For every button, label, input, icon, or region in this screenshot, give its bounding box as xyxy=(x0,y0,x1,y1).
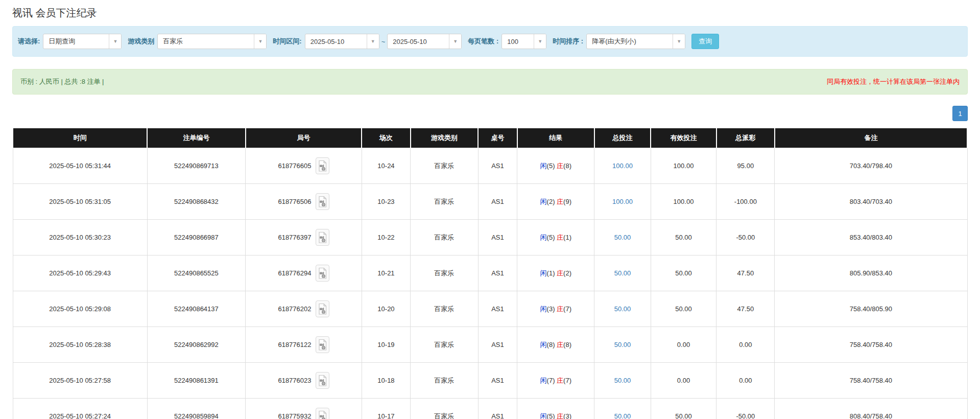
payout-cell: 0.00 xyxy=(716,363,775,399)
chevron-down-icon[interactable]: ▼ xyxy=(673,34,685,49)
player-result-label: 闲 xyxy=(540,234,547,241)
game-type-select[interactable]: 百家乐 ▼ xyxy=(157,34,267,49)
remark-cell: 853.40/803.40 xyxy=(775,220,967,255)
round-cell: 618776023 xyxy=(246,363,362,399)
result-cell: 闲(5) 庄(1) xyxy=(517,220,594,255)
player-result-value: (5) xyxy=(547,412,557,419)
player-result-value: (2) xyxy=(547,198,557,205)
total-bet-link[interactable]: 50.00 xyxy=(614,412,631,419)
result-cell: 闲(8) 庄(8) xyxy=(517,327,594,363)
payout-cell: -50.00 xyxy=(716,399,775,419)
date-to-value: 2025-05-10 xyxy=(388,34,449,49)
chevron-down-icon[interactable]: ▼ xyxy=(254,34,266,49)
valid-bet-cell: 50.00 xyxy=(651,291,716,327)
bet-id-cell: 522490866987 xyxy=(147,220,245,255)
video-replay-button[interactable] xyxy=(316,408,329,419)
currency-total-text: 币别 : 人民币 | 总共 :8 注单 | xyxy=(20,77,104,86)
result-cell: 闲(5) 庄(8) xyxy=(517,148,594,184)
round-cell: 618776122 xyxy=(246,327,362,363)
chevron-down-icon[interactable]: ▼ xyxy=(449,34,461,49)
round-id: 618776122 xyxy=(278,341,311,348)
game-type-cell: 百家乐 xyxy=(411,363,479,399)
date-from-select[interactable]: 2025-05-10 ▼ xyxy=(305,34,379,49)
column-header-5: 桌号 xyxy=(478,128,517,148)
result-cell: 闲(1) 庄(2) xyxy=(517,255,594,291)
column-header-8: 有效投注 xyxy=(651,128,716,148)
total-bet-link[interactable]: 50.00 xyxy=(614,269,631,277)
date-to-select[interactable]: 2025-05-10 ▼ xyxy=(387,34,462,49)
bet-id-cell: 522490865525 xyxy=(147,255,245,291)
total-bet-link[interactable]: 100.00 xyxy=(612,198,633,205)
total-bet-link[interactable]: 50.00 xyxy=(614,305,631,313)
total-bet-link[interactable]: 50.00 xyxy=(614,377,631,384)
game-type-label: 游戏类别 xyxy=(128,37,154,46)
session-cell: 10-24 xyxy=(362,148,410,184)
round-cell-inner: 618776202 xyxy=(278,300,329,317)
banker-result-label: 庄 xyxy=(557,412,563,419)
round-id: 618775932 xyxy=(278,412,311,419)
table-no-cell: AS1 xyxy=(478,148,517,184)
page-size-label: 每页笔数 : xyxy=(468,37,498,46)
time-cell: 2025-05-10 05:29:08 xyxy=(13,291,147,327)
table-no-cell: AS1 xyxy=(478,327,517,363)
round-cell: 618776397 xyxy=(246,220,362,255)
page-title: 视讯 会员下注纪录 xyxy=(12,6,968,20)
bet-id-cell: 522490869713 xyxy=(147,148,245,184)
video-replay-button[interactable] xyxy=(316,300,329,317)
total-bet-cell: 50.00 xyxy=(594,363,651,399)
video-replay-button[interactable] xyxy=(316,157,329,174)
time-sort-value: 降幂(由大到小) xyxy=(587,34,673,49)
column-header-7: 总投注 xyxy=(594,128,651,148)
banker-result-value: (2) xyxy=(563,269,571,277)
table-no-cell: AS1 xyxy=(478,363,517,399)
table-header: 时间注单编号局号场次游戏类别桌号结果总投注有效投注总派彩备注 xyxy=(13,128,967,148)
remark-cell: 758.40/758.40 xyxy=(775,327,967,363)
time-sort-select[interactable]: 降幂(由大到小) ▼ xyxy=(586,34,685,49)
valid-bet-notice: 同局有效投注，统一计算在该局第一张注单内 xyxy=(827,77,960,86)
video-replay-button[interactable] xyxy=(316,372,329,389)
game-type-cell: 百家乐 xyxy=(411,399,479,419)
game-type-cell: 百家乐 xyxy=(411,291,479,327)
chevron-down-icon[interactable]: ▼ xyxy=(367,34,379,49)
video-replay-button[interactable] xyxy=(316,193,329,210)
total-bet-link[interactable]: 100.00 xyxy=(612,162,633,170)
round-cell-inner: 618776506 xyxy=(278,193,329,210)
chevron-down-icon[interactable]: ▼ xyxy=(534,34,546,49)
player-result-value: (3) xyxy=(547,305,557,313)
payout-cell: 47.50 xyxy=(716,255,775,291)
bet-id-cell: 522490862992 xyxy=(147,327,245,363)
search-button[interactable]: 查询 xyxy=(691,34,719,49)
video-replay-button[interactable] xyxy=(316,336,329,353)
total-bet-link[interactable]: 50.00 xyxy=(614,234,631,241)
betting-records-page: 视讯 会员下注纪录 请选择: 日期查询 ▼ 游戏类别 百家乐 ▼ 时间区间: 2… xyxy=(6,6,974,419)
video-file-icon xyxy=(318,160,327,172)
valid-bet-cell: 50.00 xyxy=(651,220,716,255)
video-replay-button[interactable] xyxy=(316,229,329,246)
total-bet-link[interactable]: 50.00 xyxy=(614,341,631,348)
payout-cell: 0.00 xyxy=(716,327,775,363)
round-id: 618776023 xyxy=(278,377,311,384)
player-result-value: (5) xyxy=(547,234,557,241)
query-type-select[interactable]: 日期查询 ▼ xyxy=(43,34,122,49)
bet-id-cell: 522490859894 xyxy=(147,399,245,419)
page-size-select[interactable]: 100 ▼ xyxy=(501,34,546,49)
total-bet-cell: 50.00 xyxy=(594,291,651,327)
chevron-down-icon[interactable]: ▼ xyxy=(109,34,121,49)
game-type-cell: 百家乐 xyxy=(411,220,479,255)
table-header-row: 时间注单编号局号场次游戏类别桌号结果总投注有效投注总派彩备注 xyxy=(13,128,967,148)
total-bet-cell: 50.00 xyxy=(594,399,651,419)
round-id: 618776506 xyxy=(278,198,311,205)
time-cell: 2025-05-10 05:31:44 xyxy=(13,148,147,184)
round-cell: 618776605 xyxy=(246,148,362,184)
result-cell: 闲(7) 庄(7) xyxy=(517,363,594,399)
remark-cell: 808.40/758.40 xyxy=(775,399,967,419)
page-button-1[interactable]: 1 xyxy=(952,106,968,121)
session-cell: 10-20 xyxy=(362,291,410,327)
video-replay-button[interactable] xyxy=(316,265,329,282)
player-result-value: (8) xyxy=(547,341,557,348)
result-cell: 闲(3) 庄(7) xyxy=(517,291,594,327)
banker-result-value: (7) xyxy=(563,377,571,384)
payout-cell: 95.00 xyxy=(716,148,775,184)
video-file-icon xyxy=(318,231,327,244)
payout-cell: 47.50 xyxy=(716,291,775,327)
